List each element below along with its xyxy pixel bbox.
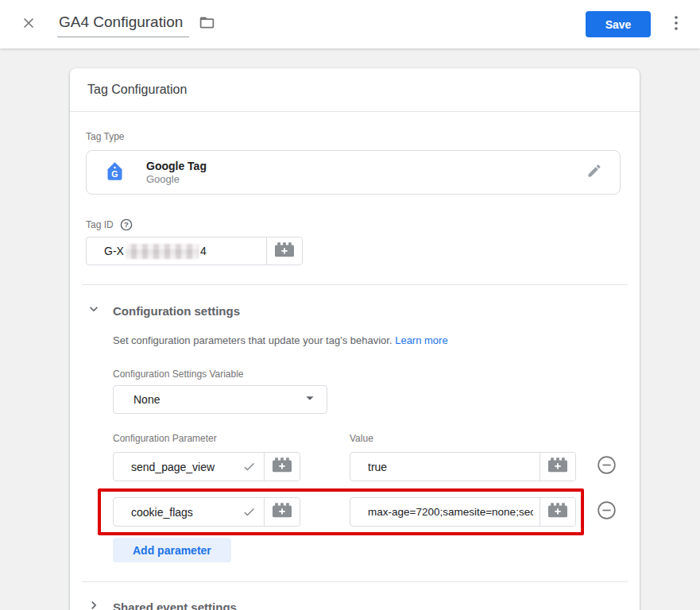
remove-parameter-button[interactable] [596, 454, 617, 479]
divider [82, 581, 628, 582]
parameter-name-input[interactable] [131, 461, 236, 473]
google-tag-icon: G [104, 160, 126, 185]
dropdown-selected-value: None [133, 393, 301, 406]
tag-name-input[interactable]: GA4 Configuration [57, 12, 189, 37]
close-button[interactable] [19, 15, 38, 34]
config-settings-variable-dropdown[interactable]: None [113, 385, 327, 414]
parameter-row [113, 452, 621, 481]
tag-id-field-group: G-X 4 [86, 237, 303, 265]
tag-id-suffix: 4 [200, 245, 207, 257]
parameter-row [113, 497, 621, 527]
help-icon[interactable]: ? [120, 218, 133, 231]
card-title: Tag Configuration [70, 68, 640, 112]
close-icon [21, 15, 37, 34]
value-variable-picker-button[interactable] [540, 498, 575, 526]
divider [82, 284, 628, 285]
tag-id-prefix: G-X [104, 245, 124, 257]
brick-plus-icon [273, 503, 292, 521]
shared-event-settings-header[interactable]: Shared event settings [86, 597, 621, 610]
folder-button[interactable] [199, 14, 215, 34]
tag-id-label: Tag ID [86, 219, 114, 230]
chevron-right-icon [86, 597, 102, 610]
add-parameter-button[interactable]: Add parameter [113, 538, 231, 562]
redacted-tag-id [126, 244, 199, 259]
parameter-value-field-group [350, 497, 576, 527]
folder-icon [199, 14, 215, 34]
learn-more-link[interactable]: Learn more [395, 334, 447, 346]
chevron-down-icon [86, 301, 102, 320]
more-options-button[interactable] [667, 15, 686, 34]
tag-id-input[interactable]: G-X 4 [87, 237, 266, 264]
parameter-name-field-group [113, 452, 300, 481]
shared-event-settings-title: Shared event settings [113, 600, 237, 610]
tag-type-card[interactable]: G Google Tag Google [86, 150, 621, 195]
checkmark-icon [242, 498, 264, 526]
pencil-icon [586, 163, 602, 182]
configuration-settings-title: Configuration settings [113, 304, 240, 318]
svg-text:?: ? [124, 220, 129, 229]
checkmark-icon [242, 453, 264, 481]
parameter-name-field-group [113, 497, 300, 527]
configuration-settings-description: Set configuration parameters that update… [113, 334, 621, 346]
remove-parameter-button[interactable] [596, 500, 617, 524]
edit-tag-type-button[interactable] [586, 163, 602, 182]
tag-type-vendor: Google [146, 173, 586, 186]
svg-text:G: G [111, 168, 118, 178]
tag-type-label: Tag Type [86, 131, 621, 142]
brick-plus-icon [548, 458, 567, 476]
value-column-header: Value [350, 433, 373, 444]
parameter-value-input[interactable] [368, 506, 533, 518]
parameter-variable-picker-button[interactable] [264, 498, 300, 526]
dropdown-arrow-icon [301, 389, 319, 410]
kebab-menu-icon [675, 16, 678, 33]
parameter-value-input[interactable] [368, 461, 533, 473]
parameter-name-input[interactable] [131, 506, 236, 519]
minus-circle-icon [596, 454, 617, 479]
parameter-variable-picker-button[interactable] [264, 453, 300, 481]
brick-plus-icon [273, 458, 292, 476]
parameter-value-field-group [350, 452, 576, 481]
save-button[interactable]: Save [586, 11, 651, 37]
tag-id-variable-picker-button[interactable] [266, 237, 302, 264]
brick-plus-icon [548, 503, 567, 521]
minus-circle-icon [596, 500, 617, 524]
brick-plus-icon [275, 242, 294, 261]
value-variable-picker-button[interactable] [540, 453, 575, 481]
configuration-settings-header[interactable]: Configuration settings [86, 301, 621, 320]
tag-type-name: Google Tag [146, 160, 586, 173]
top-bar: GA4 Configuration Save [0, 0, 700, 48]
config-settings-variable-label: Configuration Settings Variable [113, 369, 621, 380]
parameter-column-header: Configuration Parameter [113, 433, 350, 444]
tag-configuration-card: Tag Configuration Tag Type G Google Tag … [70, 68, 640, 610]
